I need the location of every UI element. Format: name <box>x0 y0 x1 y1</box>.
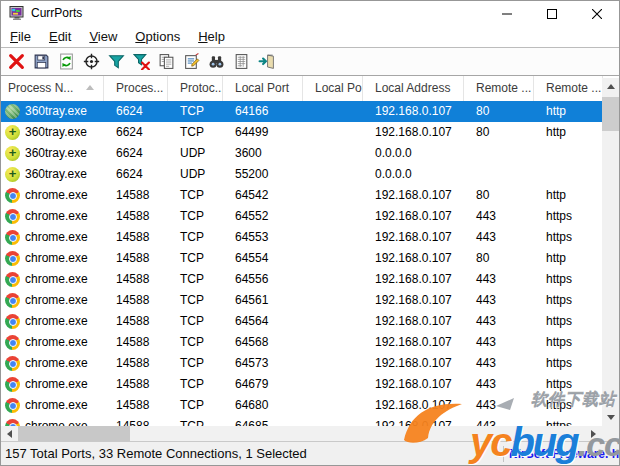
menu-file[interactable]: File <box>1 27 40 46</box>
titlebar: CurrPorts <box>1 1 619 25</box>
col-local-port-name[interactable]: Local Po... <box>303 76 363 101</box>
exit-icon[interactable] <box>257 52 276 71</box>
table-row[interactable]: chrome.exe 14588 TCP 64679 192.168.0.107… <box>1 374 602 395</box>
table-row[interactable]: chrome.exe 14588 TCP 64573 192.168.0.107… <box>1 353 602 374</box>
table-row[interactable]: chrome.exe 14588 TCP 64680 192.168.0.107… <box>1 395 602 416</box>
maximize-icon[interactable] <box>529 1 574 27</box>
process-icon <box>5 104 20 119</box>
process-icon <box>5 419 20 426</box>
list-header: Process N...Proces...Protoc...Local Port… <box>1 76 602 102</box>
refresh-icon[interactable] <box>57 52 76 71</box>
process-icon <box>5 209 20 224</box>
status-summary: 157 Total Ports, 33 Remote Connections, … <box>1 446 503 461</box>
connections-list: Process N...Proces...Protoc...Local Port… <box>1 76 619 442</box>
col-local-port[interactable]: Local Port <box>223 76 303 101</box>
process-icon <box>5 293 20 308</box>
table-row[interactable]: 360tray.exe 6624 UDP 3600 0.0.0.0 <box>1 143 602 164</box>
table-row[interactable]: 360tray.exe 6624 TCP 64499 192.168.0.107… <box>1 122 602 143</box>
menu-view[interactable]: View <box>80 27 126 46</box>
menubar: FileEditViewOptionsHelp <box>1 25 619 48</box>
nirsoft-link[interactable]: NirSoft Freeware. http://www.nirsoft.net <box>504 447 619 461</box>
horizontal-scrollbar[interactable] <box>1 426 602 442</box>
col-protocol[interactable]: Protoc... <box>168 76 223 101</box>
table-row[interactable]: chrome.exe 14588 TCP 64556 192.168.0.107… <box>1 269 602 290</box>
process-icon <box>5 251 20 266</box>
process-icon <box>5 356 20 371</box>
currports-app-icon <box>9 5 25 21</box>
window-controls <box>484 1 619 27</box>
close-icon[interactable] <box>574 1 619 27</box>
table-row[interactable]: chrome.exe 14588 TCP 64542 192.168.0.107… <box>1 185 602 206</box>
close-connection-icon[interactable] <box>7 52 26 71</box>
vertical-scroll-thumb[interactable] <box>602 97 619 131</box>
process-icon <box>5 125 20 140</box>
window-title: CurrPorts <box>31 6 82 20</box>
process-icon <box>5 188 20 203</box>
filter-icon[interactable] <box>107 52 126 71</box>
menu-options[interactable]: Options <box>126 27 189 46</box>
properties-icon[interactable] <box>182 52 201 71</box>
scroll-down-icon[interactable] <box>602 409 619 426</box>
copy-icon[interactable] <box>157 52 176 71</box>
process-icon <box>5 335 20 350</box>
menu-edit[interactable]: Edit <box>40 27 80 46</box>
clear-filter-icon[interactable] <box>132 52 151 71</box>
table-row[interactable]: 360tray.exe 6624 TCP 64166 192.168.0.107… <box>1 101 602 122</box>
minimize-icon[interactable] <box>484 1 529 27</box>
currports-window: CurrPorts FileEditViewOptionsHelp <box>0 0 620 466</box>
col-process-id[interactable]: Proces... <box>104 76 168 101</box>
vertical-scrollbar[interactable] <box>602 78 619 426</box>
scrollbar-corner <box>602 426 619 442</box>
table-row[interactable]: 360tray.exe 6624 UDP 55200 0.0.0.0 <box>1 164 602 185</box>
col-remote-port[interactable]: Remote ... <box>464 76 534 101</box>
toolbar <box>1 48 619 76</box>
process-icon <box>5 230 20 245</box>
process-icon <box>5 398 20 413</box>
process-icon <box>5 146 20 161</box>
list-rows: 360tray.exe 6624 TCP 64166 192.168.0.107… <box>1 101 602 426</box>
table-row[interactable]: chrome.exe 14588 TCP 64564 192.168.0.107… <box>1 311 602 332</box>
process-icon <box>5 167 20 182</box>
scroll-up-icon[interactable] <box>602 78 619 95</box>
resolve-addresses-icon[interactable] <box>82 52 101 71</box>
statusbar: 157 Total Ports, 33 Remote Connections, … <box>1 441 619 465</box>
scroll-right-icon[interactable] <box>585 426 602 442</box>
table-row[interactable]: chrome.exe 14588 TCP 64554 192.168.0.107… <box>1 248 602 269</box>
horizontal-scroll-thumb[interactable] <box>18 426 130 442</box>
col-process-name[interactable]: Process N... <box>1 76 104 101</box>
table-row[interactable]: chrome.exe 14588 TCP 64552 192.168.0.107… <box>1 206 602 227</box>
report-icon[interactable] <box>232 52 251 71</box>
col-local-address[interactable]: Local Address <box>363 76 464 101</box>
find-icon[interactable] <box>207 52 226 71</box>
col-remote-port-name[interactable]: Remote ... <box>534 76 603 101</box>
table-row[interactable]: chrome.exe 14588 TCP 64568 192.168.0.107… <box>1 332 602 353</box>
process-icon <box>5 272 20 287</box>
save-icon[interactable] <box>32 52 51 71</box>
process-icon <box>5 314 20 329</box>
process-icon <box>5 377 20 392</box>
table-row[interactable]: chrome.exe 14588 TCP 64561 192.168.0.107… <box>1 290 602 311</box>
menu-help[interactable]: Help <box>189 27 234 46</box>
table-row[interactable]: chrome.exe 14588 TCP 64685 192.168.0.107… <box>1 416 602 426</box>
scroll-left-icon[interactable] <box>1 426 18 442</box>
table-row[interactable]: chrome.exe 14588 TCP 64553 192.168.0.107… <box>1 227 602 248</box>
